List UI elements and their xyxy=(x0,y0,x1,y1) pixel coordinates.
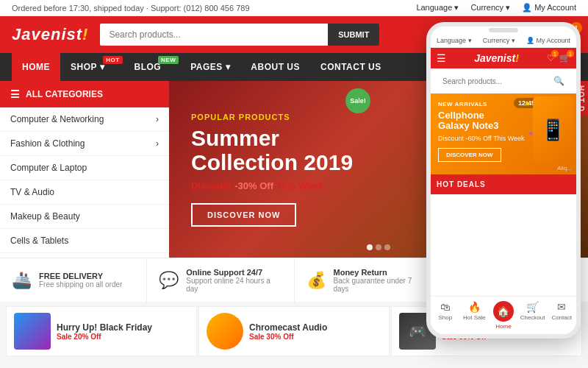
feature-support-title: Online Support 24/7 xyxy=(186,268,282,277)
top-bar: Ordered before 17:30, shipped today · Su… xyxy=(0,0,588,16)
logo: Javenist! xyxy=(12,25,88,44)
feature-return: 💰 Money Return Back guarantee under 7 da… xyxy=(295,258,442,302)
sidebar-item-5[interactable]: Cells & Tablets xyxy=(0,229,169,253)
sidebar: ☰ ALL CATEGORIES Computer & Networking ›… xyxy=(0,81,169,258)
feature-support: 💬 Online Support 24/7 Support online 24 … xyxy=(147,258,294,302)
phone-menu-icon[interactable]: ☰ xyxy=(437,52,446,64)
phone-bottom-nav: 🛍 Shop 🔥 Hot Sale 🏠 Home 🛒 Checkout ✉ xyxy=(431,296,576,334)
phone-discover-button[interactable]: DISCOVER NOW xyxy=(438,148,501,162)
sidebar-header: ☰ ALL CATEGORIES xyxy=(0,81,169,107)
phone-wishlist-icon[interactable]: ♡1 xyxy=(547,53,555,63)
new-badge: New xyxy=(158,56,179,64)
sidebar-item-4[interactable]: Makeup & Beauty xyxy=(0,205,169,229)
product-card-0[interactable]: Hurry Up! Black Friday Sale 20% Off xyxy=(6,306,197,356)
top-bar-right: Language ▾ Currency ▾ 👤 My Account xyxy=(416,3,576,13)
product-title-0: Hurry Up! Black Friday xyxy=(57,322,152,333)
nav-about[interactable]: ABOUT US xyxy=(240,53,310,81)
phone-search-icon[interactable]: 🔍 xyxy=(553,76,564,86)
phone-hot-deals: HOT DEALS xyxy=(431,174,576,194)
nav-pages[interactable]: PAGES ▾ xyxy=(180,53,240,81)
hot-badge: Hot xyxy=(103,56,122,64)
phone-mockup: Language ▾ Currency ▾ 👤 My Account ☰ Jav… xyxy=(426,22,581,339)
nav-home[interactable]: HOME xyxy=(12,53,60,81)
return-icon: 💰 xyxy=(306,271,326,290)
phone-search-input[interactable] xyxy=(442,77,551,85)
feature-delivery: 🚢 FREE DELIVERY Free shipping on all ord… xyxy=(0,258,147,302)
product-sale-1: Sale 30% Off xyxy=(249,333,327,341)
nav-contact[interactable]: CONTACT US xyxy=(310,53,392,81)
nav-shop[interactable]: SHOP ▾ Hot xyxy=(60,53,124,81)
phone-search-bar: 🔍 xyxy=(437,73,570,89)
discount-value: -30% Off xyxy=(234,180,273,191)
product-card-1[interactable]: Chromecast Audio Sale 30% Off xyxy=(198,306,390,356)
phone-top-bar: Language ▾ Currency ▾ 👤 My Account xyxy=(431,34,576,48)
account-link[interactable]: 👤 My Account xyxy=(522,3,576,13)
shop-icon: 🛍 xyxy=(440,301,451,313)
sidebar-item-1[interactable]: Fashion & Clothing › xyxy=(0,132,169,156)
currency-selector[interactable]: Currency ▾ xyxy=(470,3,510,13)
hero-title: Summer Collection 2019 xyxy=(191,126,353,174)
home-icon: 🏠 xyxy=(493,301,514,322)
language-selector[interactable]: Language ▾ xyxy=(416,3,459,13)
contact-icon: ✉ xyxy=(557,301,566,313)
chevron-right-icon: › xyxy=(156,138,159,149)
phone-nav-home[interactable]: 🏠 Home xyxy=(489,297,518,334)
product-sale-0: Sale 20% Off xyxy=(57,333,152,341)
phone-nav-contact[interactable]: ✉ Contact xyxy=(547,297,576,334)
phone-nav-hotsale[interactable]: 🔥 Hot Sale xyxy=(460,297,490,334)
phone-lang[interactable]: Language ▾ xyxy=(437,37,472,44)
top-bar-info: Ordered before 17:30, shipped today · Su… xyxy=(12,4,250,13)
phone-currency[interactable]: Currency ▾ xyxy=(483,37,515,44)
nav-blog[interactable]: BLOG New xyxy=(124,53,181,81)
phone-logo: Javenist! xyxy=(474,52,519,64)
support-icon: 💬 xyxy=(159,271,179,290)
phone-hero: 12:45 13Days NEW ARRIVALS Cellphone Gala… xyxy=(431,93,576,174)
phone-cart-icon[interactable]: 🛒1 xyxy=(559,53,570,63)
hero-discover-button[interactable]: DISCOVER NOW xyxy=(191,203,296,227)
delivery-icon: 🚢 xyxy=(12,271,32,290)
phone-account[interactable]: 👤 My Account xyxy=(526,37,570,44)
feature-delivery-sub: Free shipping on all order xyxy=(39,280,122,289)
sidebar-item-2[interactable]: Computer & Laptop xyxy=(0,156,169,180)
hero-content: POPULAR PRODUCTS Summer Collection 2019 … xyxy=(191,113,353,227)
checkout-icon: 🛒 xyxy=(526,301,539,313)
page-wrapper: Ordered before 17:30, shipped today · Su… xyxy=(0,0,588,368)
search-button[interactable]: SUBMIT xyxy=(328,24,379,46)
feature-support-sub: Support online 24 hours a day xyxy=(186,277,282,293)
product-title-1: Chromecast Audio xyxy=(249,322,327,333)
feature-return-sub: Back guarantee under 7 days xyxy=(334,277,429,293)
sidebar-item-3[interactable]: TV & Audio xyxy=(0,180,169,205)
search-input[interactable] xyxy=(100,24,328,46)
phone-nav-checkout[interactable]: 🛒 Checkout xyxy=(518,297,548,334)
hotsale-icon: 🔥 xyxy=(468,301,481,313)
feature-return-title: Money Return xyxy=(334,268,429,277)
sale-badge: Sale! xyxy=(345,88,370,113)
sidebar-item-0[interactable]: Computer & Networking › xyxy=(0,107,169,132)
feature-delivery-title: FREE DELIVERY xyxy=(39,272,122,280)
phone-nav-shop[interactable]: 🛍 Shop xyxy=(431,297,460,334)
hero-label: POPULAR PRODUCTS xyxy=(191,113,353,121)
chevron-right-icon: › xyxy=(156,114,159,124)
hero-discount: Discount -30% Off This Week xyxy=(191,180,353,191)
phone-cart-icons: ♡1 🛒1 xyxy=(547,53,570,63)
phone-header: ☰ Javenist! ♡1 🛒1 xyxy=(431,48,576,68)
search-bar: SUBMIT xyxy=(100,24,379,46)
